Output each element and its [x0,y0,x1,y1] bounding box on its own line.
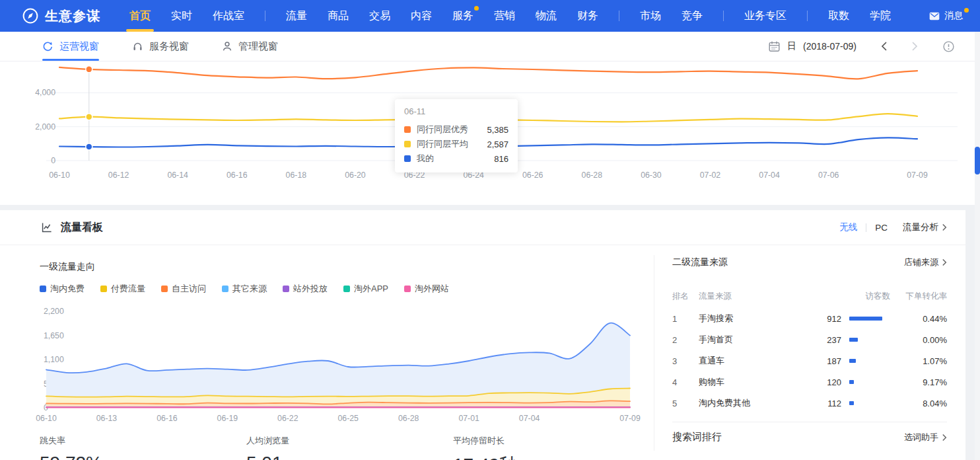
date-mode[interactable]: 日 [787,40,796,52]
scrollbar-thumb[interactable] [975,147,980,174]
svg-text:07-02: 07-02 [700,171,721,180]
col-source: 流量来源 [699,291,812,302]
cell-visitors-bar [841,401,890,405]
next-date-button-disabled[interactable] [911,41,919,52]
word-helper-link[interactable]: 选词助手 [904,432,947,443]
nav-divider [807,11,808,21]
stat-label: 人均浏览量 [246,435,453,447]
cell-visitors: 112 [804,399,841,408]
tab-management-view[interactable]: 管理视窗 [222,32,278,61]
tooltip-row: 我的 816 [404,151,508,166]
legend-marker [161,286,168,292]
svg-text:06-18: 06-18 [286,171,307,180]
nav-item-2[interactable]: 作战室 [213,0,244,32]
date-value[interactable]: (2018-07-09) [803,41,857,52]
stat-label: 平均停留时长 [453,435,660,447]
nav-item-11[interactable]: 财务 [577,0,598,32]
svg-text:06-10: 06-10 [36,414,57,423]
cell-rank: 4 [672,377,699,387]
logo-icon [22,8,38,24]
messages-button[interactable]: 消息 [929,10,963,22]
visitors-bar [849,380,854,384]
stat-value: 59.72% [40,453,246,460]
svg-text:06-13: 06-13 [96,414,118,423]
calendar-icon[interactable] [768,40,781,53]
svg-text:07-04: 07-04 [759,171,780,180]
nav-item-10[interactable]: 物流 [536,0,557,32]
link-label: 流量分析 [903,221,938,233]
stat-bounce-rate: 跳失率 59.72% [40,435,246,460]
view-tabbar: 运营视窗 服务视窗 管理视窗 [0,32,975,61]
legend-marker [343,286,350,292]
scrollbar-track[interactable] [975,32,980,460]
notification-dot [474,6,479,11]
info-icon[interactable] [942,40,955,53]
visitors-bar [849,401,854,405]
nav-item-6[interactable]: 交易 [369,0,390,32]
cell-source: 购物车 [699,376,804,388]
legend-item-5[interactable]: 淘外APP [343,283,388,295]
nav-item-9[interactable]: 营销 [494,0,515,32]
nav-item-14[interactable]: 竞争 [682,0,703,32]
cell-visitors-bar [841,338,890,342]
tab-operation-view[interactable]: 运营视窗 [42,32,99,61]
tab-service-view[interactable]: 服务视窗 [132,32,189,61]
shop-source-link[interactable]: 店铺来源 [904,256,947,268]
legend-label: 付费流量 [111,283,145,295]
legend-label: 淘外网站 [415,283,449,295]
prev-date-button[interactable] [880,41,888,52]
nav-item-1[interactable]: 实时 [171,0,192,32]
stat-value: 5.01 [246,453,453,460]
legend-item-2[interactable]: 自主访问 [161,283,206,295]
svg-text:07-06: 07-06 [818,171,839,180]
svg-text:07-09: 07-09 [619,414,641,423]
device-tab-pc[interactable]: PC [875,223,888,233]
svg-text:06-10: 06-10 [49,171,70,180]
series-marker [404,155,411,162]
cell-cvr: 9.17% [890,377,947,387]
cell-visitors: 187 [804,356,841,366]
legend-item-6[interactable]: 淘外网站 [404,283,449,295]
legend-item-1[interactable]: 付费流量 [100,283,145,295]
svg-text:06-28: 06-28 [398,414,419,423]
nav-item-0[interactable]: 首页 [129,0,151,32]
legend-item-3[interactable]: 其它来源 [222,283,267,295]
col-cvr: 下单转化率 [890,291,947,302]
nav-item-18[interactable]: 取数 [828,0,849,32]
brand[interactable]: 生意参谋 [22,7,100,25]
traffic-board-header: 流量看板 无线 PC 流量分析 [0,210,965,245]
nav-item-19[interactable]: 学院 [870,0,891,32]
svg-text:06-16: 06-16 [227,171,248,180]
person-icon [222,41,232,52]
traffic-area-chart[interactable]: 05501,1001,6502,20006-1006-1306-1606-190… [0,303,647,435]
cell-visitors: 912 [804,314,841,324]
nav-item-4[interactable]: 流量 [286,0,307,32]
device-tab-wireless[interactable]: 无线 [839,221,857,233]
legend-label: 淘外APP [354,283,388,295]
legend-item-4[interactable]: 站外投放 [283,283,328,295]
traffic-analysis-link[interactable]: 流量分析 [903,221,947,233]
legend-marker [283,286,289,292]
cell-visitors: 237 [804,335,841,345]
cell-visitors: 120 [804,377,841,387]
svg-text:07-01: 07-01 [458,414,479,423]
svg-text:06-14: 06-14 [167,171,188,180]
nav-item-8[interactable]: 服务 [452,0,473,32]
svg-text:1,100: 1,100 [44,355,64,364]
svg-text:2,000: 2,000 [35,122,55,132]
nav-divider [265,11,265,21]
cell-visitors-bar [841,359,890,363]
nav-item-5[interactable]: 商品 [328,0,349,32]
cell-cvr: 8.04% [890,399,947,408]
envelope-icon [929,12,940,20]
nav-item-13[interactable]: 市场 [640,0,661,32]
panel-title: 二级流量来源 [672,256,728,268]
svg-text:06-20: 06-20 [345,171,366,180]
legend-item-0[interactable]: 淘内免费 [40,283,85,295]
legend-marker [100,286,107,292]
nav-item-7[interactable]: 内容 [411,0,432,32]
tooltip-date: 06-11 [404,106,508,116]
notification-dot [964,8,969,13]
nav-item-16[interactable]: 业务专区 [744,0,787,32]
tooltip-row: 同行同层平均 2,587 [404,137,508,151]
